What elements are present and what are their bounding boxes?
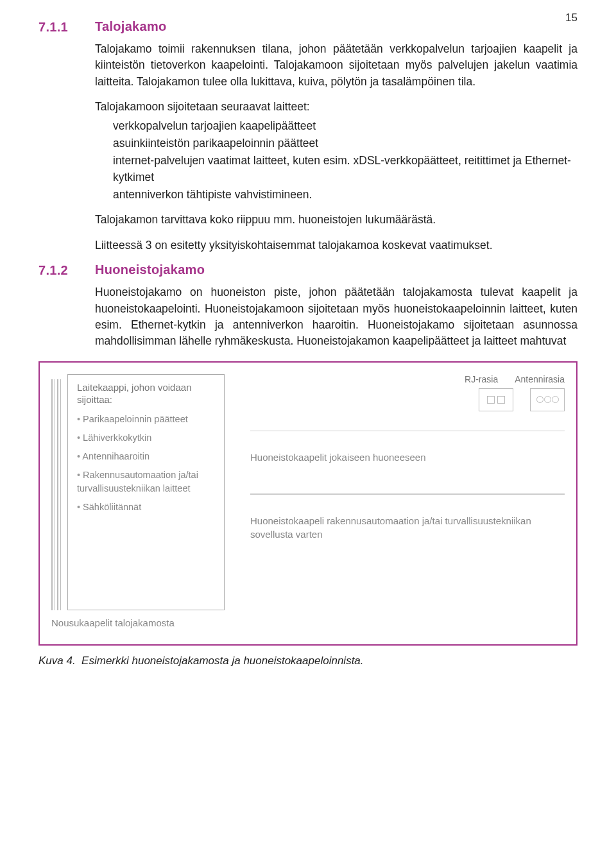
antenna-outlet-label: Antennirasia [515, 374, 565, 384]
list-item: Rakennusautomaation ja/tai turvallisuust… [77, 468, 215, 495]
automation-cable-label: Huoneistokaapeli rakennusautomaation ja/… [250, 514, 565, 541]
list-item: verkkopalvelun tarjoajien kaapelipäättee… [113, 118, 578, 134]
page-number: 15 [565, 12, 578, 24]
rj-outlet-label: RJ-rasia [465, 374, 498, 384]
list-item: internet-palvelujen vaatimat laitteet, k… [113, 153, 578, 185]
section-body: Huoneistojakamo on huoneiston piste, joh… [95, 284, 578, 350]
figure-left-column: Laitekaappi, johon voidaan sijoittaa: Pa… [51, 374, 225, 610]
list-item: Lähiverkkokytkin [77, 431, 215, 445]
figure-caption-number: Kuva 4. [38, 655, 76, 667]
section-number: 7.1.2 [38, 262, 95, 278]
section-title: Talojakamo [95, 19, 167, 35]
room-cable-label: Huoneistokaapelit jokaiseen huoneeseen [250, 450, 565, 464]
cable-line [250, 493, 565, 495]
paragraph: Huoneistojakamo on huoneiston piste, joh… [95, 284, 578, 350]
figure-right-column: RJ-rasia Antennirasia Huoneistokaapelit … [250, 374, 565, 541]
section-heading: 7.1.1 Talojakamo [38, 19, 578, 35]
antenna-outlet-icon [530, 388, 565, 411]
list-item: Sähköliitännät [77, 501, 215, 514]
list-item: antenniverkon tähtipiste vahvistimineen. [113, 187, 578, 203]
riser-cable-lines [51, 374, 61, 610]
outlet-icons [250, 388, 565, 411]
paragraph: Liitteessä 3 on esitetty yksityiskohtais… [95, 237, 578, 253]
list-item: asuinkiinteistön parikaapeloinnin päätte… [113, 135, 578, 151]
section-heading: 7.1.2 Huoneistojakamo [38, 262, 578, 278]
paragraph: Talojakamo toimii rakennuksen tilana, jo… [95, 41, 578, 90]
cabinet-box: Laitekaappi, johon voidaan sijoittaa: Pa… [67, 374, 225, 610]
section-number: 7.1.1 [38, 19, 95, 35]
cable-line [250, 431, 565, 432]
section-title: Huoneistojakamo [95, 262, 205, 278]
figure-frame: Laitekaappi, johon voidaan sijoittaa: Pa… [38, 361, 578, 646]
figure-caption: Kuva 4. Esimerkki huoneistojakamosta ja … [38, 655, 578, 667]
cabinet-list: Parikaapeloinnin päätteet Lähiverkkokytk… [77, 413, 215, 514]
riser-cable-label: Nousukaapelit talojakamosta [51, 617, 565, 630]
page: 15 7.1.1 Talojakamo Talojakamo toimii ra… [0, 0, 616, 849]
bullet-list: verkkopalvelun tarjoajien kaapelipäättee… [95, 118, 578, 203]
list-item: Parikaapeloinnin päätteet [77, 413, 215, 426]
list-intro: Talojakamoon sijoitetaan seuraavat laitt… [95, 99, 578, 115]
list-item: Antennihaaroitin [77, 450, 215, 463]
figure-caption-text: Esimerkki huoneistojakamosta ja huoneist… [81, 655, 363, 667]
paragraph: Talojakamon tarvittava koko riippuu mm. … [95, 212, 578, 228]
outlet-labels: RJ-rasia Antennirasia [250, 374, 565, 384]
section-body: Talojakamo toimii rakennuksen tilana, jo… [95, 41, 578, 253]
rj-outlet-icon [479, 388, 513, 411]
cabinet-title: Laitekaappi, johon voidaan sijoittaa: [77, 381, 215, 406]
